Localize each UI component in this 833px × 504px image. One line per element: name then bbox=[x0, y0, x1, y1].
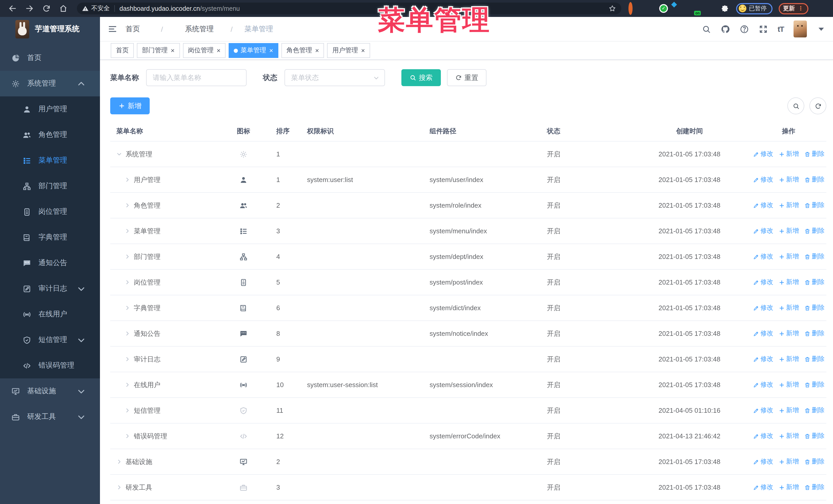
collapse-row-icon[interactable] bbox=[116, 151, 122, 157]
extension-grid-icon[interactable] bbox=[674, 4, 683, 13]
hamburger-icon[interactable] bbox=[108, 24, 117, 34]
search-icon[interactable] bbox=[702, 24, 711, 33]
reset-button[interactable]: 重置 bbox=[447, 69, 486, 86]
close-tab-icon[interactable]: × bbox=[217, 47, 220, 54]
kebab-menu-icon[interactable]: ⋮ bbox=[798, 6, 804, 11]
expand-row-icon[interactable] bbox=[116, 459, 122, 464]
tab-用户管理[interactable]: 用户管理× bbox=[327, 43, 370, 58]
expand-row-icon[interactable] bbox=[124, 331, 130, 336]
edit-link[interactable]: 修改 bbox=[753, 201, 773, 210]
edit-link[interactable]: 修改 bbox=[753, 355, 773, 363]
sidebar-item-角色管理[interactable]: 角色管理 bbox=[0, 122, 100, 148]
forward-icon[interactable] bbox=[25, 4, 34, 13]
expand-row-icon[interactable] bbox=[124, 280, 130, 285]
extensions-puzzle-icon[interactable] bbox=[721, 4, 729, 13]
extension-check-icon[interactable]: ✓ bbox=[659, 4, 668, 13]
profile-paused-badge[interactable]: 已暂停 bbox=[736, 3, 772, 14]
edit-link[interactable]: 修改 bbox=[753, 432, 773, 440]
edit-link[interactable]: 修改 bbox=[753, 175, 773, 184]
help-icon[interactable] bbox=[740, 24, 749, 33]
url-text[interactable]: dashboard.yudao.iocoder.cn/system/menu bbox=[119, 5, 240, 12]
add-button[interactable]: 新增 bbox=[110, 97, 150, 114]
reload-icon[interactable] bbox=[42, 4, 51, 13]
close-tab-icon[interactable]: × bbox=[361, 47, 365, 54]
add-link[interactable]: 新增 bbox=[779, 252, 799, 261]
refresh-table-button[interactable] bbox=[809, 97, 826, 114]
delete-link[interactable]: 删除 bbox=[804, 150, 825, 159]
sidebar-item-短信管理[interactable]: 短信管理 bbox=[0, 327, 100, 353]
tab-角色管理[interactable]: 角色管理× bbox=[281, 43, 324, 58]
delete-link[interactable]: 删除 bbox=[804, 406, 825, 415]
extension-donut-icon[interactable] bbox=[628, 4, 637, 13]
avatar-caret-down-icon[interactable] bbox=[816, 24, 826, 33]
sidebar-item-菜单管理[interactable]: 菜单管理 bbox=[0, 148, 100, 173]
expand-row-icon[interactable] bbox=[124, 356, 130, 362]
expand-row-icon[interactable] bbox=[124, 177, 130, 183]
delete-link[interactable]: 删除 bbox=[804, 252, 825, 261]
status-select[interactable]: 菜单状态 bbox=[285, 69, 385, 86]
add-link[interactable]: 新增 bbox=[779, 329, 799, 338]
sidebar-item-在线用户[interactable]: 在线用户 bbox=[0, 302, 100, 327]
add-link[interactable]: 新增 bbox=[779, 432, 799, 440]
delete-link[interactable]: 删除 bbox=[804, 380, 825, 389]
close-tab-icon[interactable]: × bbox=[171, 47, 174, 54]
add-link[interactable]: 新增 bbox=[779, 355, 799, 363]
expand-row-icon[interactable] bbox=[124, 382, 130, 388]
breadcrumb-system[interactable]: 系统管理 bbox=[168, 24, 226, 33]
sidebar-item-基础设施[interactable]: 基础设施 bbox=[0, 378, 100, 404]
delete-link[interactable]: 删除 bbox=[804, 201, 825, 210]
sidebar-item-研发工具[interactable]: 研发工具 bbox=[0, 404, 100, 430]
add-link[interactable]: 新增 bbox=[779, 380, 799, 389]
edit-link[interactable]: 修改 bbox=[753, 380, 773, 389]
sidebar-item-用户管理[interactable]: 用户管理 bbox=[0, 96, 100, 122]
edit-link[interactable]: 修改 bbox=[753, 457, 773, 466]
edit-link[interactable]: 修改 bbox=[753, 150, 773, 159]
expand-row-icon[interactable] bbox=[124, 202, 130, 208]
add-link[interactable]: 新增 bbox=[779, 457, 799, 466]
extension-toggle-icon[interactable]: on bbox=[690, 4, 699, 13]
browser-update-button[interactable]: 更新⋮ bbox=[779, 3, 808, 14]
edit-link[interactable]: 修改 bbox=[753, 483, 773, 492]
delete-link[interactable]: 删除 bbox=[804, 329, 825, 338]
github-icon[interactable] bbox=[721, 24, 730, 33]
close-tab-icon[interactable]: × bbox=[269, 47, 273, 54]
sidebar-item-岗位管理[interactable]: 岗位管理 bbox=[0, 199, 100, 224]
delete-link[interactable]: 删除 bbox=[804, 304, 825, 312]
expand-row-icon[interactable] bbox=[124, 433, 130, 439]
add-link[interactable]: 新增 bbox=[779, 278, 799, 287]
tab-菜单管理[interactable]: 菜单管理× bbox=[229, 43, 278, 58]
tab-岗位管理[interactable]: 岗位管理× bbox=[183, 43, 225, 58]
delete-link[interactable]: 删除 bbox=[804, 355, 825, 363]
sidebar-item-系统管理[interactable]: 系统管理 bbox=[0, 71, 100, 96]
delete-link[interactable]: 删除 bbox=[804, 175, 825, 184]
sidebar-item-错误码管理[interactable]: 错误码管理 bbox=[0, 353, 100, 378]
delete-link[interactable]: 删除 bbox=[804, 278, 825, 287]
add-link[interactable]: 新增 bbox=[779, 150, 799, 159]
add-link[interactable]: 新增 bbox=[779, 201, 799, 210]
back-icon[interactable] bbox=[8, 4, 17, 13]
sidebar-item-审计日志[interactable]: 审计日志 bbox=[0, 276, 100, 302]
delete-link[interactable]: 删除 bbox=[804, 226, 825, 235]
expand-row-icon[interactable] bbox=[124, 408, 130, 413]
sidebar-item-通知公告[interactable]: 通知公告 bbox=[0, 250, 100, 276]
delete-link[interactable]: 删除 bbox=[804, 457, 825, 466]
extension-gem-icon[interactable] bbox=[644, 4, 652, 13]
menu-name-input[interactable] bbox=[146, 69, 246, 86]
home-icon[interactable] bbox=[59, 4, 68, 13]
edit-link[interactable]: 修改 bbox=[753, 252, 773, 261]
edit-link[interactable]: 修改 bbox=[753, 304, 773, 312]
add-link[interactable]: 新增 bbox=[779, 483, 799, 492]
add-link[interactable]: 新增 bbox=[779, 226, 799, 235]
extension-leaf-icon[interactable] bbox=[705, 4, 714, 13]
tab-部门管理[interactable]: 部门管理× bbox=[137, 43, 180, 58]
user-avatar[interactable] bbox=[793, 21, 807, 38]
add-link[interactable]: 新增 bbox=[779, 175, 799, 184]
edit-link[interactable]: 修改 bbox=[753, 278, 773, 287]
show-search-toggle-button[interactable] bbox=[787, 97, 804, 114]
breadcrumb-home[interactable]: 首页 bbox=[125, 24, 156, 33]
address-bar[interactable]: 不安全 dashboard.yudao.iocoder.cn/system/me… bbox=[77, 3, 621, 14]
add-link[interactable]: 新增 bbox=[779, 406, 799, 415]
expand-row-icon[interactable] bbox=[124, 228, 130, 234]
app-logo[interactable]: 芋道管理系统 bbox=[0, 17, 100, 41]
edit-link[interactable]: 修改 bbox=[753, 406, 773, 415]
